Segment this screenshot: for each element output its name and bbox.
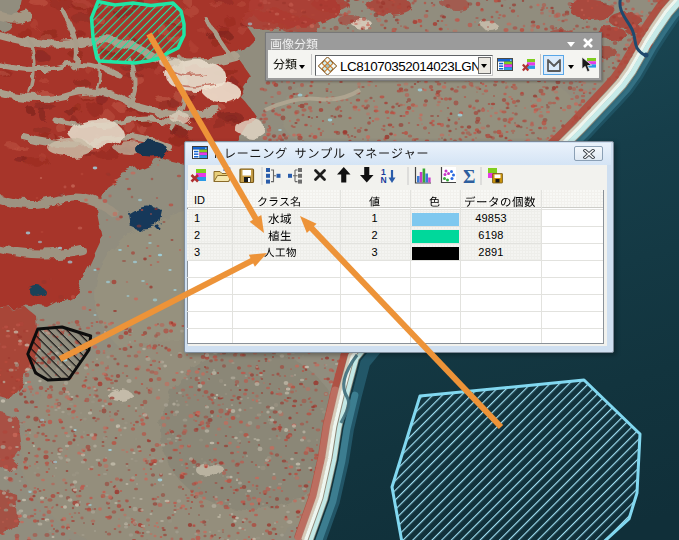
svg-text:N: N	[381, 175, 387, 185]
svg-text:Σ: Σ	[463, 166, 475, 187]
